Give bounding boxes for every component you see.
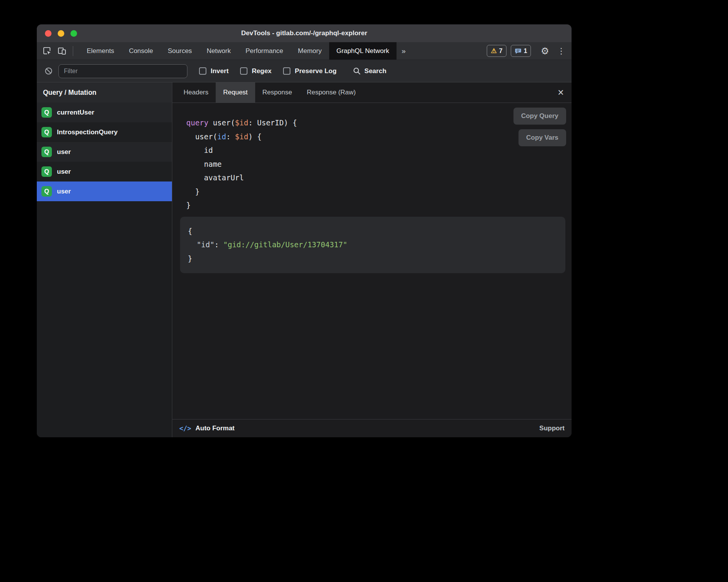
tab-console[interactable]: Console [122, 42, 160, 60]
tab-memory[interactable]: Memory [290, 42, 329, 60]
variables-box: { "id": "gid://gitlab/User/13704317"} [180, 217, 565, 274]
filter-input[interactable] [58, 64, 187, 78]
copy-buttons: Copy Query Copy Vars [513, 108, 566, 146]
copy-vars-button[interactable]: Copy Vars [519, 129, 566, 146]
code-token: $id [235, 118, 248, 127]
preserve-log-checkbox[interactable] [283, 67, 290, 75]
window-titlebar: DevTools - gitlab.com/-/graphql-explorer [37, 24, 572, 42]
filter-bar: Invert Regex Preserve Log Search [37, 60, 572, 82]
toolbar-divider [73, 46, 73, 56]
list-item-label: user [57, 148, 71, 156]
tab-response-raw[interactable]: Response (Raw) [299, 82, 363, 103]
code-line: } [188, 252, 558, 266]
query-type-badge: Q [41, 127, 52, 137]
minimize-window-button[interactable] [58, 30, 64, 37]
code-line: id [186, 144, 565, 157]
query-list-header: Query / Mutation [37, 82, 172, 103]
message-bubble-icon [515, 48, 522, 55]
tab-response[interactable]: Response [255, 82, 300, 103]
code-token: : [215, 240, 223, 249]
tab-request[interactable]: Request [216, 82, 255, 103]
close-detail-icon[interactable]: × [558, 87, 564, 98]
list-item-label: IntrospectionQuery [57, 128, 118, 136]
tab-headers[interactable]: Headers [176, 82, 216, 103]
warning-icon: ⚠ [491, 48, 496, 54]
search-icon [353, 67, 361, 75]
issues-count: 1 [524, 48, 527, 55]
query-type-badge: Q [41, 166, 52, 177]
list-item-label: user [57, 188, 71, 195]
regex-checkbox[interactable] [240, 67, 247, 75]
devtools-window: DevTools - gitlab.com/-/graphql-explorer… [37, 24, 572, 437]
tab-performance[interactable]: Performance [238, 42, 290, 60]
code-token: avatarUrl [186, 173, 244, 182]
code-line: { [188, 224, 558, 238]
code-brackets-icon: </> [179, 425, 191, 432]
list-item-introspectionquery[interactable]: Q IntrospectionQuery [37, 122, 172, 142]
main-split: Query / Mutation Q currentUser Q Introsp… [37, 82, 572, 437]
tab-elements[interactable]: Elements [79, 42, 122, 60]
settings-gear-icon[interactable]: ⚙ [541, 46, 549, 56]
warnings-badge[interactable]: ⚠ 7 [487, 45, 506, 57]
detail-footer: </> Auto Format Support [172, 419, 572, 437]
traffic-lights [45, 24, 77, 42]
code-token: "gid://gitlab/User/13704317" [223, 240, 347, 249]
auto-format-button[interactable]: Auto Format [196, 425, 235, 432]
code-token: } [186, 187, 199, 196]
more-tabs-chevron-icon[interactable]: » [397, 42, 411, 60]
code-token: query [186, 118, 208, 127]
code-line: } [186, 199, 565, 212]
code-token: { [188, 227, 192, 235]
toolbar-icons [37, 42, 79, 60]
device-toolbar-icon[interactable] [57, 46, 66, 55]
invert-option[interactable]: Invert [199, 67, 228, 75]
query-type-badge: Q [41, 186, 52, 197]
list-item-user-3-selected[interactable]: Q user [37, 181, 172, 201]
close-window-button[interactable] [45, 30, 52, 37]
code-token: "id" [197, 240, 215, 249]
search-label: Search [364, 67, 386, 75]
code-token: user( [186, 132, 217, 141]
regex-option[interactable]: Regex [240, 67, 271, 75]
graphql-query-code: query user($id: UserID) { user(id: $id) … [180, 116, 565, 212]
block-clear-icon[interactable] [45, 67, 53, 75]
search-group[interactable]: Search [353, 67, 386, 75]
code-token: } [188, 254, 192, 263]
zoom-window-button[interactable] [70, 30, 77, 37]
request-detail-panel: Headers Request Response Response (Raw) … [172, 82, 572, 437]
tab-graphql-network[interactable]: GraphQL Network [329, 42, 397, 60]
code-token: name [186, 160, 222, 168]
list-item-user-1[interactable]: Q user [37, 142, 172, 162]
list-item-user-2[interactable]: Q user [37, 162, 172, 181]
query-list-panel: Query / Mutation Q currentUser Q Introsp… [37, 82, 172, 437]
query-list: Q currentUser Q IntrospectionQuery Q use… [37, 103, 172, 437]
code-token: ) { [248, 132, 261, 141]
code-line: name [186, 157, 565, 171]
list-item-currentuser[interactable]: Q currentUser [37, 103, 172, 122]
code-token [188, 240, 197, 249]
invert-checkbox[interactable] [199, 67, 206, 75]
code-token: : UserID) { [248, 118, 297, 127]
code-line: } [186, 185, 565, 199]
detail-tab-bar: Headers Request Response Response (Raw) … [172, 82, 572, 103]
query-type-badge: Q [41, 107, 52, 118]
query-type-badge: Q [41, 147, 52, 157]
window-title: DevTools - gitlab.com/-/graphql-explorer [241, 29, 367, 37]
support-link[interactable]: Support [539, 425, 565, 432]
copy-query-button[interactable]: Copy Query [513, 108, 566, 125]
devtools-toolbar: Elements Console Sources Network Perform… [37, 42, 572, 60]
tab-network[interactable]: Network [199, 42, 238, 60]
invert-label: Invert [211, 67, 228, 75]
code-token: $id [235, 132, 248, 141]
code-line: query user($id: UserID) { [186, 116, 565, 130]
code-token: : [226, 132, 235, 141]
issues-badge[interactable]: 1 [511, 45, 531, 57]
variables-json-code: { "id": "gid://gitlab/User/13704317"} [188, 224, 558, 266]
inspect-element-icon[interactable] [43, 46, 52, 55]
kebab-menu-icon[interactable]: ⋮ [557, 47, 565, 55]
preserve-log-option[interactable]: Preserve Log [283, 67, 337, 75]
tab-sources[interactable]: Sources [160, 42, 199, 60]
code-line: avatarUrl [186, 171, 565, 185]
regex-label: Regex [252, 67, 271, 75]
list-item-label: user [57, 168, 71, 176]
